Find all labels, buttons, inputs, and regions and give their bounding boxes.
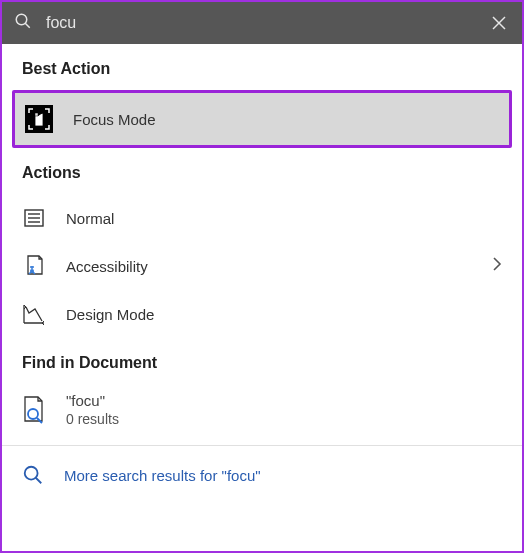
section-find-label: Find in Document	[2, 338, 522, 384]
focus-mode-icon	[25, 105, 53, 133]
normal-view-icon	[22, 206, 46, 230]
section-actions-label: Actions	[2, 148, 522, 194]
design-mode-icon	[22, 302, 46, 326]
chevron-right-icon	[492, 256, 502, 276]
action-item-accessibility[interactable]: Accessibility	[2, 242, 522, 290]
svg-point-0	[16, 14, 27, 25]
svg-line-1	[25, 23, 30, 28]
close-icon[interactable]	[488, 12, 510, 35]
find-query-text: "focu"	[66, 392, 119, 409]
more-results-label: More search results for "focu"	[64, 467, 261, 484]
accessibility-icon	[22, 254, 46, 278]
find-document-icon	[22, 395, 46, 425]
svg-point-9	[28, 409, 38, 419]
action-label: Accessibility	[66, 258, 148, 275]
search-bar	[2, 2, 522, 44]
more-search-results[interactable]: More search results for "focu"	[2, 446, 522, 504]
action-label: Design Mode	[66, 306, 154, 323]
search-icon	[22, 464, 44, 486]
svg-point-11	[25, 467, 38, 480]
search-results-panel: Best Action Focus Mode Actions Normal	[2, 44, 522, 551]
best-action-focus-mode[interactable]: Focus Mode	[12, 90, 512, 148]
action-item-design-mode[interactable]: Design Mode	[2, 290, 522, 338]
action-label: Normal	[66, 210, 114, 227]
search-icon	[14, 12, 32, 34]
find-in-document-item[interactable]: "focu" 0 results	[2, 384, 522, 441]
find-result-count: 0 results	[66, 411, 119, 427]
best-action-label: Focus Mode	[73, 111, 156, 128]
action-item-normal[interactable]: Normal	[2, 194, 522, 242]
svg-line-12	[36, 478, 42, 484]
section-best-action-label: Best Action	[2, 44, 522, 90]
search-input[interactable]	[46, 14, 474, 32]
